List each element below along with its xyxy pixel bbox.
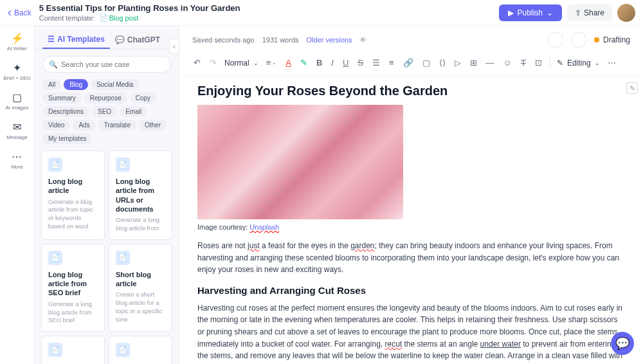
tab-ai-templates[interactable]: ☰ AI Templates [42,31,110,49]
text-color-button[interactable]: A [284,57,293,69]
doc-icon: 📄 [48,158,62,172]
image-caption[interactable]: Image courtesy: Unsplash [197,223,625,231]
word-count: 1931 words [262,36,299,44]
redo-button[interactable]: ↷ [208,57,218,69]
editor-toolbar: ↶ ↷ Normal ⌄ ≡ ⌄ A ✎ B I U S ☰ ≡ 🔗 ▢ ⟨⟩ … [179,54,643,76]
filter-chips: All Blog Social Media Summary Repurpose … [35,79,179,150]
image-button[interactable]: ▢ [421,57,431,69]
save-status: Saved seconds ago [192,36,255,44]
chip-all[interactable]: All [42,79,61,90]
publish-button[interactable]: ▶ Publish ⌄ [499,5,562,21]
chip-blog[interactable]: Blog [64,79,88,90]
template-card[interactable]: 📄Short blog articleCreate a short blog a… [109,244,172,332]
mail-icon: ✉ [13,121,21,133]
chip-social-media[interactable]: Social Media [91,79,139,90]
image-icon: ▢ [12,91,22,104]
doc-icon: 📄 [116,343,130,357]
avatar[interactable] [617,4,635,22]
table-button[interactable]: ⊞ [469,57,478,69]
left-rail: ⚡AI Writer ✦Brief + SEO ▢AI Images ✉Mess… [0,26,35,364]
doc-heading-2[interactable]: Harvesting and Arranging Cut Roses [197,285,625,296]
more-icon: ⋯ [12,150,22,163]
rail-ai-writer[interactable]: ⚡AI Writer [7,32,27,51]
template-card[interactable]: 📄Long blog article from SEO briefGenerat… [41,244,105,332]
template-card[interactable]: 📄Long blog articleGenerate a blog articl… [41,150,105,240]
rail-more[interactable]: ⋯More [11,150,23,170]
rail-message[interactable]: ✉Message [6,121,27,140]
bolt-icon: ⚡ [11,32,24,44]
older-versions-link[interactable]: Older versions [307,36,352,44]
eye-icon[interactable]: 👁 [359,36,367,44]
chip-summary[interactable]: Summary [42,93,82,104]
quote-button[interactable]: ⊡ [534,57,543,69]
add-image-icon[interactable] [571,32,586,48]
hr-button[interactable]: ― [485,57,496,69]
align-button[interactable]: ≡ ⌄ [265,57,278,69]
number-list-button[interactable]: ≡ [388,57,395,69]
highlight-button[interactable]: ✎ [299,57,309,69]
rail-ai-images[interactable]: ▢AI Images [5,91,28,111]
more-toolbar-button[interactable]: ⋯ [606,57,617,69]
page-title: 5 Essential Tips for Planting Roses in Y… [39,3,494,13]
doc-paragraph[interactable]: Roses are not just a feast for the eyes … [197,240,625,276]
chip-repurpose[interactable]: Repurpose [84,93,127,104]
chip-copy[interactable]: Copy [130,93,156,104]
back-button[interactable]: Back [8,6,32,19]
target-icon: ✦ [13,62,21,74]
chip-other[interactable]: Other [139,120,167,131]
bullet-list-button[interactable]: ☰ [371,57,381,69]
chip-video[interactable]: Video [42,120,70,131]
doc-icon: 📄 [116,251,130,265]
chip-translate[interactable]: Translate [98,120,136,131]
undo-button[interactable]: ↶ [192,57,202,69]
strike-button[interactable]: S [356,57,365,69]
chip-ads[interactable]: Ads [73,120,95,131]
doc-icon: 📄 [48,343,62,357]
subtitle-prefix: Content template: [39,14,95,22]
play-button[interactable]: ▷ [453,57,462,69]
doc-paragraph[interactable]: Harvesting cut roses at the perfect mome… [197,302,625,364]
add-member-icon[interactable] [548,32,563,48]
link-button[interactable]: 🔗 [402,57,415,69]
collapse-panel-button[interactable]: ‹ [169,39,179,54]
chip-descriptions[interactable]: Descriptions [42,106,89,117]
rail-brief-seo[interactable]: ✦Brief + SEO [3,62,30,81]
doc-icon: 📄 [48,251,62,265]
emoji-button[interactable]: ☺ [502,57,513,69]
chip-my-templates[interactable]: My templates [42,133,92,144]
status-badge: Drafting [594,35,630,44]
share-button[interactable]: ⇪ Share [567,5,612,21]
template-link[interactable]: 📄 Blog post [99,14,139,22]
add-note-button[interactable]: ✎ [626,82,638,94]
chip-seo[interactable]: SEO [92,106,117,117]
italic-button[interactable]: I [330,57,335,69]
clear-button[interactable]: T̶ [520,57,527,69]
template-card[interactable]: 📄Long blog article from URLs or document… [109,150,172,240]
tab-chatgpt[interactable]: 💬 ChatGPT [110,32,165,48]
doc-heading-1[interactable]: Enjoying Your Roses Beyond the Garden [197,84,625,98]
doc-image[interactable] [197,105,403,219]
embed-button[interactable]: ⟨⟩ [438,57,447,69]
search-icon: 🔍 [49,60,58,69]
chip-email[interactable]: Email [120,106,147,117]
unsplash-link[interactable]: Unsplash [249,223,279,231]
underline-button[interactable]: U [341,57,350,69]
search-input[interactable] [42,56,171,73]
bold-button[interactable]: B [315,57,323,69]
intercom-button[interactable]: 💬 [611,332,634,355]
editing-mode-select[interactable]: ✎ Editing ⌄ [557,59,600,68]
style-select[interactable]: Normal ⌄ [224,59,258,68]
doc-icon: 📄 [116,158,130,172]
template-card[interactable]: 📄Blog post introductionGenerate an intro… [109,336,172,364]
template-card[interactable]: 📄Blog post outlineGenerate a blog post b… [41,336,105,364]
